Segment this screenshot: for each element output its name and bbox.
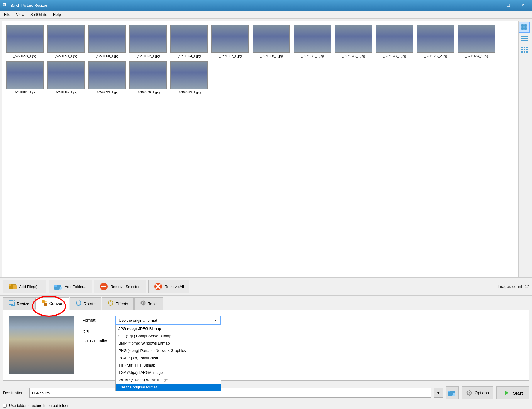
format-dropdown-list[interactable]: JPG (*.jpg) JPEG BitmapGIF (*.gif) Compu… [115, 325, 221, 391]
gallery-item-label: _5271667_1.jpg [219, 54, 242, 58]
options-button[interactable]: Options [462, 386, 493, 399]
window-controls: — ☐ ✕ [487, 1, 530, 9]
gallery-item[interactable]: _5271684_1.jpg [457, 24, 497, 59]
gallery-item[interactable]: _5271682_2.jpg [416, 24, 455, 59]
close-button[interactable]: ✕ [516, 1, 530, 9]
tab-convert[interactable]: Convert [35, 297, 69, 310]
sidebar-list-view[interactable] [519, 33, 530, 44]
svg-point-41 [142, 302, 144, 304]
gallery-item-label: _5271668_1.jpg [260, 54, 283, 58]
gallery-thumb [417, 25, 454, 53]
maximize-button[interactable]: ☐ [501, 1, 515, 9]
gallery-thumb [47, 25, 85, 53]
svg-point-39 [108, 303, 109, 304]
format-selected-value: Use the original format [119, 318, 157, 323]
format-option[interactable]: TGA (*.tga) TARGA Image [116, 369, 221, 376]
sidebar-grid-view[interactable] [519, 44, 530, 55]
svg-rect-14 [524, 51, 525, 53]
svg-rect-32 [44, 303, 47, 306]
thumbnail-image [376, 25, 413, 52]
app-icon: 🖼 [2, 2, 8, 8]
tab-tools[interactable]: Tools [134, 297, 163, 310]
remove-selected-button[interactable]: Remove Selected [94, 280, 146, 293]
destination-dropdown-btn[interactable]: ▼ [434, 388, 443, 398]
svg-rect-4 [521, 36, 528, 37]
gallery-item[interactable]: _5271675_1.jpg [333, 24, 373, 59]
effects-icon [107, 300, 114, 308]
gallery-item[interactable]: _5271677_1.jpg [375, 24, 414, 59]
svg-rect-18 [13, 285, 17, 289]
tab-effects[interactable]: Effects [102, 297, 134, 310]
gallery-item[interactable]: _5281881_1.jpg [5, 60, 45, 95]
add-files-button[interactable]: Add File(s)... [3, 280, 46, 293]
svg-rect-13 [521, 51, 523, 53]
folder-structure-label[interactable]: Use folder structure in output folder [9, 403, 69, 408]
folder-structure-checkbox[interactable] [3, 404, 7, 408]
gallery-thumb [6, 61, 44, 89]
svg-rect-3 [524, 27, 527, 30]
format-option[interactable]: PNG (*.png) Portable Network Graphics [116, 347, 221, 354]
gallery-thumb [211, 25, 249, 53]
svg-rect-2 [521, 27, 524, 30]
gallery-item[interactable]: _5302370_1.jpg [128, 60, 168, 95]
gallery-item-label: _5302370_1.jpg [137, 91, 160, 94]
tab-resize[interactable]: Resize [3, 297, 35, 310]
gallery-item[interactable]: _5281885_1.jpg [46, 60, 86, 95]
options-label: Options [475, 391, 489, 395]
app-body: _5271658_1.jpg_5271659_1.jpg_5271660_1.j… [0, 19, 532, 409]
gallery-item[interactable]: _5271658_1.jpg [5, 24, 45, 59]
gallery-item[interactable]: _5271668_1.jpg [251, 24, 291, 59]
gallery-area[interactable]: _5271658_1.jpg_5271659_1.jpg_5271660_1.j… [2, 21, 518, 277]
add-files-icon [9, 282, 17, 291]
thumbnail-image [89, 62, 125, 89]
format-option[interactable]: PCX (*.pcx) PaintBrush [116, 354, 221, 362]
start-button[interactable]: Start [496, 386, 529, 399]
menu-help[interactable]: Help [50, 11, 64, 18]
format-option[interactable]: TIF (*.tif) TIFF Bitmap [116, 362, 221, 369]
gallery-item[interactable]: _5292023_1.jpg [87, 60, 127, 95]
menu-view[interactable]: View [13, 11, 27, 18]
menu-file[interactable]: File [1, 11, 13, 18]
svg-marker-33 [45, 301, 47, 303]
add-folder-button[interactable]: Add Folder... [49, 280, 92, 293]
tab-rotate[interactable]: Rotate [70, 297, 101, 310]
convert-panel: Format Use the original format ▼ JPG (*.… [3, 310, 529, 381]
thumbnail-image [335, 25, 372, 52]
format-option[interactable]: WEBP (*.webp) WebP Image [116, 376, 221, 384]
format-row: Format Use the original format ▼ JPG (*.… [82, 316, 523, 325]
sidebar-thumbnail-view[interactable] [519, 22, 530, 33]
gallery-item[interactable]: _5271671_1.jpg [292, 24, 332, 59]
gallery-item[interactable]: _5271667_1.jpg [210, 24, 250, 59]
gallery-item[interactable]: _5271664_1.jpg [169, 24, 209, 59]
remove-all-button[interactable]: Remove All [148, 280, 189, 293]
svg-point-50 [468, 392, 470, 394]
resize-icon [9, 300, 15, 308]
remove-selected-icon [100, 282, 108, 291]
destination-input[interactable] [29, 388, 431, 398]
destination-row: Destination ▼ Options [0, 384, 532, 402]
svg-marker-35 [76, 301, 78, 303]
rotate-icon [75, 300, 82, 308]
images-count: Images count: 17 [498, 284, 529, 289]
jpeg-quality-label: JPEG Quality [82, 339, 112, 343]
svg-rect-0 [521, 24, 524, 27]
svg-point-37 [110, 301, 111, 302]
format-option[interactable]: JPG (*.jpg) JPEG Bitmap [116, 325, 221, 332]
minimize-button[interactable]: — [487, 1, 500, 9]
tab-effects-label: Effects [116, 301, 128, 306]
format-option[interactable]: GIF (*.gif) CompuServe Bitmap [116, 332, 221, 340]
menu-softorbits[interactable]: SoftOrbits [27, 11, 50, 18]
gallery-item-label: _5271684_1.jpg [465, 54, 488, 58]
gallery-item[interactable]: _5271659_1.jpg [46, 24, 86, 59]
svg-rect-8 [524, 47, 525, 48]
format-option[interactable]: BMP (*.bmp) Windows Bitmap [116, 340, 221, 347]
format-option[interactable]: Use the original format [116, 384, 221, 391]
gallery-item[interactable]: _5271660_1.jpg [87, 24, 127, 59]
browse-destination-button[interactable] [446, 386, 459, 399]
dpi-label: DPI [82, 329, 112, 334]
gallery-item[interactable]: _5302383_1.jpg [169, 60, 209, 95]
format-dropdown[interactable]: Use the original format ▼ [115, 316, 221, 325]
gallery-item-label: _5271658_1.jpg [13, 54, 37, 58]
gallery-item[interactable]: _5271662_1.jpg [128, 24, 168, 59]
svg-rect-6 [521, 40, 528, 41]
